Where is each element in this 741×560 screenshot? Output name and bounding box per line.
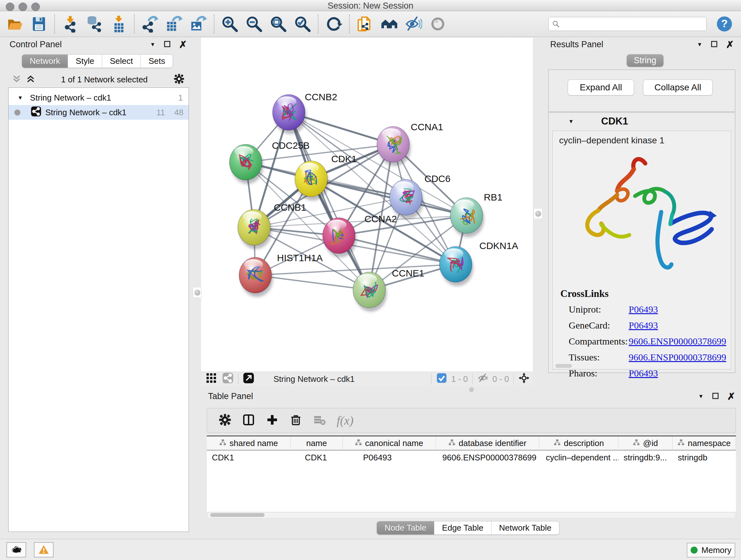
tab-select[interactable]: Select [102,55,141,68]
results-panel-menu-icon[interactable]: ▼ [697,42,702,47]
network-row-selected[interactable]: String Network – cdk1 11 48 [9,105,189,120]
col-database-identifier[interactable]: database identifier [436,436,540,450]
scrollbar-thumb[interactable] [210,513,265,517]
tab-network-table[interactable]: Network Table [491,521,559,535]
tab-node-table[interactable]: Node Table [377,521,434,535]
import-table-button[interactable] [109,14,129,34]
genecard-link[interactable]: P06493 [629,320,658,331]
results-panel-close-icon[interactable]: ✗ [726,40,734,50]
help-button[interactable]: ? [714,14,735,34]
network-node-RB1[interactable]: RB1 [450,192,502,237]
tab-network[interactable]: Network [22,55,68,68]
refresh-button[interactable] [324,14,344,34]
cell-database-identifier[interactable]: 9606.ENSP00000378699 [436,450,539,464]
gene-section-header[interactable]: ▼ CDK1 [549,113,735,130]
col-namespace[interactable]: namespace [673,436,736,450]
cell-shared-name[interactable]: CDK1 [207,450,291,464]
open-session-button[interactable] [4,14,25,34]
network-node-CCNA2[interactable]: CCNA2 [323,213,397,257]
add-column-icon[interactable] [266,414,279,428]
pharos-link[interactable]: P06493 [629,368,658,379]
memory-button[interactable]: Memory [687,543,735,557]
left-splitter-handle[interactable] [193,287,202,298]
save-session-button[interactable] [29,14,49,34]
home-button[interactable] [379,14,400,34]
collapse-all-button[interactable]: Collapse All [643,79,713,96]
search-input[interactable] [548,17,706,31]
uniprot-link[interactable]: P06493 [629,304,658,315]
right-splitter-handle[interactable] [534,208,542,219]
tab-edge-table[interactable]: Edge Table [434,521,491,535]
hidden-eye-icon[interactable] [477,372,488,386]
cell-name[interactable]: CDK1 [291,450,343,464]
table-options-gear-icon[interactable] [219,414,231,428]
col-description[interactable]: description [539,436,618,450]
network-node-CDC6[interactable]: CDC6 [390,173,451,219]
zoom-selected-button[interactable] [292,14,313,34]
col-canonical-name[interactable]: canonical name [343,436,436,450]
fit-content-crosshair-icon[interactable] [518,372,530,386]
table-row[interactable]: CDK1 CDK1 P06493 9606.ENSP00000378699 cy… [207,450,736,464]
control-panel-menu-icon[interactable]: ▼ [150,42,155,47]
show-hide-graphics-button[interactable] [403,14,424,34]
network-node-CCNA1[interactable]: CCNA1 [377,122,443,166]
table-horizontal-scrollbar[interactable] [207,512,736,518]
network-canvas[interactable]: CCNB2 CCNA1 CDC25B CDK1 CDC6 [201,38,533,372]
table-panel-float-icon[interactable] [712,392,719,401]
col-shared-name[interactable]: shared name [207,436,291,450]
edge-CCNB2-CCNE1[interactable] [289,112,369,290]
col-name[interactable]: name [291,436,342,450]
share-view-icon[interactable] [222,372,233,386]
import-from-database-button[interactable] [84,14,105,34]
export-table-button[interactable] [164,14,185,34]
network-node-CCNB1[interactable]: CCNB1 [238,202,307,249]
network-node-HIST1H1A[interactable]: HIST1H1A [239,253,323,297]
eye-button[interactable] [428,14,448,34]
open-session-icon [6,15,23,33]
network-node-CDKN1A[interactable]: CDKN1A [440,240,518,286]
delete-table-icon[interactable] [313,414,326,428]
cloud-button[interactable] [6,542,26,557]
tissues-link[interactable]: 9606.ENSP00000378699 [629,352,726,363]
import-network-button[interactable] [60,14,80,34]
collapse-all-icon[interactable] [12,74,21,84]
network-collection-row[interactable]: ▼ String Network – cdk1 1 [9,90,189,105]
expand-all-button[interactable]: Expand All [568,79,634,96]
gene-disclosure-icon[interactable]: ▼ [568,119,574,124]
zoom-out-button[interactable] [244,14,264,34]
collection-disclosure-icon[interactable]: ▼ [17,95,23,101]
cell-id[interactable]: stringdb:9... [618,450,673,464]
grid-view-icon[interactable] [205,372,217,386]
cell-description[interactable]: cyclin–dependent ... [540,450,618,464]
expand-all-icon[interactable] [26,74,35,84]
control-panel-close-icon[interactable]: ✗ [179,40,187,50]
tab-string[interactable]: String [627,54,664,67]
results-panel-float-icon[interactable] [711,41,718,49]
show-columns-icon[interactable] [242,414,255,428]
warnings-button[interactable] [34,542,54,557]
results-scrollbar-thumb[interactable] [555,364,572,368]
zoom-fit-button[interactable] [268,14,288,34]
delete-column-icon[interactable] [289,414,302,428]
compartments-link[interactable]: 9606.ENSP00000378699 [629,336,726,347]
table-panel-close-icon[interactable]: ✗ [727,392,735,401]
network-node-CCNB2[interactable]: CCNB2 [273,91,337,134]
network-options-gear-icon[interactable] [174,73,185,85]
col-id[interactable]: @id [618,436,673,450]
tab-sets[interactable]: Sets [141,55,173,68]
tab-style[interactable]: Style [68,55,102,68]
cell-namespace[interactable]: stringdb [673,450,736,464]
table-panel-menu-icon[interactable]: ▼ [698,394,704,399]
zoom-in-button[interactable] [219,14,240,34]
duplicate-network-button[interactable] [355,14,375,34]
org-chart-icon [633,438,640,448]
control-panel-float-icon[interactable] [164,41,171,49]
cell-canonical-name[interactable]: P06493 [343,450,436,464]
birdseye-view-icon[interactable] [243,372,254,386]
selected-checkbox-icon[interactable] [436,372,448,386]
duplicate-network-icon [356,15,374,33]
export-network-button[interactable] [140,14,160,34]
export-image-button[interactable] [188,14,209,34]
function-builder-icon[interactable]: f(x) [337,414,354,428]
cloud-icon [11,544,22,555]
